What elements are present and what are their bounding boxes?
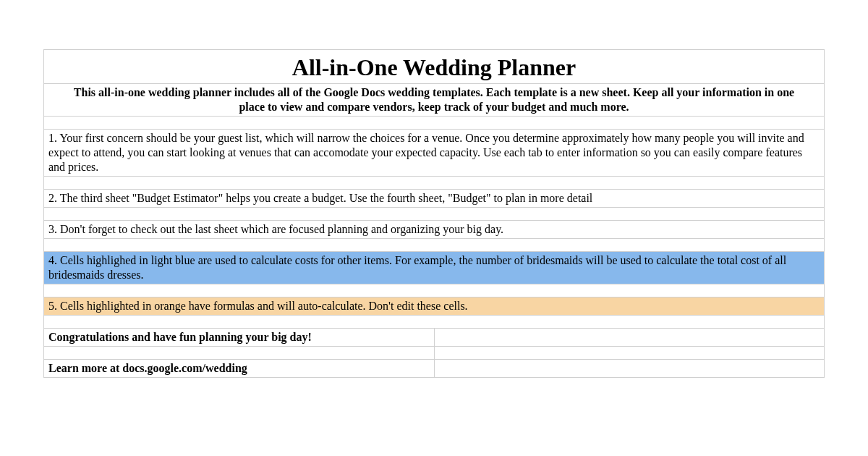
- spacer-row: [44, 284, 824, 297]
- empty-cell: [435, 360, 825, 377]
- learn-more-text: Learn more at docs.google.com/wedding: [44, 360, 435, 377]
- spacer-row: [44, 239, 824, 252]
- instruction-step-2: 2. The third sheet "Budget Estimator" he…: [44, 190, 824, 208]
- instruction-step-1: 1. Your first concern should be your gue…: [44, 130, 824, 177]
- empty-cell: [435, 347, 825, 359]
- empty-cell: [44, 347, 435, 359]
- document-title: All-in-One Wedding Planner: [44, 50, 824, 84]
- instruction-step-5-highlighted-orange: 5. Cells highlighted in orange have form…: [44, 297, 824, 316]
- spacer-row: [44, 316, 824, 329]
- learn-more-row: Learn more at docs.google.com/wedding: [44, 360, 824, 377]
- spreadsheet-grid: All-in-One Wedding Planner This all-in-o…: [43, 49, 825, 378]
- spacer-row: [44, 177, 824, 190]
- spacer-row: [44, 117, 824, 130]
- instruction-step-4-highlighted-blue: 4. Cells highlighed in light blue are us…: [44, 252, 824, 284]
- empty-cell: [435, 329, 825, 346]
- congrats-text: Congratulations and have fun planning yo…: [44, 329, 435, 346]
- spacer-row: [44, 347, 824, 360]
- congrats-row: Congratulations and have fun planning yo…: [44, 329, 824, 347]
- instruction-step-3: 3. Don't forget to check out the last sh…: [44, 221, 824, 239]
- spacer-row: [44, 208, 824, 221]
- document-subtitle: This all-in-one wedding planner includes…: [44, 84, 824, 117]
